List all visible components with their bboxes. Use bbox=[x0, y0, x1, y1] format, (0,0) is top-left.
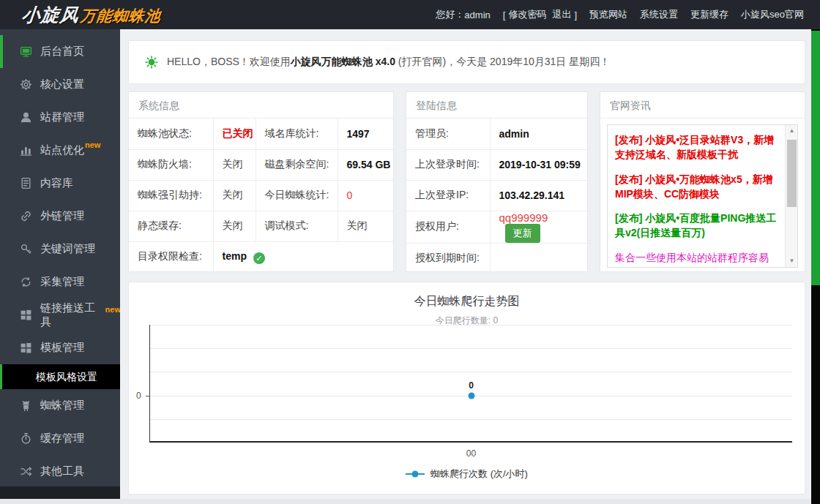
app-window: 小旋风万能蜘蛛池 您好： admin [ 修改密码 退出 ] 预览网站 系统设置… bbox=[0, 0, 820, 504]
dir-permission-value: temp bbox=[223, 250, 247, 262]
main-content: HELLO，BOSS！欢迎使用 小旋风万能蜘蛛池 x4.0 (打开官网) ，今天… bbox=[120, 29, 811, 499]
news-scrollbar[interactable]: ▲ ▼ bbox=[785, 125, 797, 267]
sun-icon bbox=[145, 56, 158, 69]
scrollbar-thumb[interactable] bbox=[787, 140, 797, 207]
panel-title: 官网资讯 bbox=[600, 92, 805, 119]
table-row: 目录权限检查: temp ✓ bbox=[129, 241, 393, 272]
gridline bbox=[150, 372, 792, 372]
bracket-close: ] bbox=[574, 10, 577, 20]
table-row: 静态缓存: 关闭 调试模式: 关闭 bbox=[129, 211, 393, 241]
auth-user-value: qq999999 bbox=[499, 211, 548, 224]
legend-label: 蜘蛛爬行次数 (次/小时) bbox=[430, 467, 528, 481]
sidebar-item-spider-manage[interactable]: 蜘蛛管理 bbox=[0, 389, 120, 422]
sidebar-item-other-tools[interactable]: 其他工具 bbox=[0, 455, 120, 488]
logout-link[interactable]: 退出 bbox=[552, 8, 571, 21]
shuffle-icon bbox=[20, 465, 32, 478]
update-button[interactable]: 更新 bbox=[505, 224, 540, 243]
sidebar-item-dashboard[interactable]: 后台首页 bbox=[0, 35, 120, 68]
table-row: 蜘蛛防火墙: 关闭 磁盘剩余空间: 69.54 GB bbox=[129, 149, 393, 180]
login-info-table: 管理员: admin 上次登录时间: 2019-10-31 09:59 上次登录… bbox=[406, 119, 587, 272]
official-news-panel: 官网资讯 [发布] 小旋风•泛目录站群V3，新增支持泛域名、新版模板干扰 [发布… bbox=[600, 91, 805, 272]
gear-icon bbox=[20, 78, 32, 91]
table-row: 上次登录时间: 2019-10-31 09:59 bbox=[406, 149, 587, 180]
robot-icon bbox=[20, 399, 32, 412]
open-official-site-link[interactable]: (打开官网) bbox=[398, 56, 446, 69]
product-name: 小旋风万能蜘蛛池 x4.0 bbox=[291, 56, 395, 69]
spider-trend-chart-panel: 今日蜘蛛爬行走势图 今日爬行数量: 0 0 0 00 蜘蛛爬行次数 (次/小 bbox=[128, 282, 805, 494]
sidebar-item-collection[interactable]: 采集管理 bbox=[0, 266, 120, 298]
last-login-time-value: 2019-10-31 09:59 bbox=[490, 149, 587, 180]
greeting-label: 您好： bbox=[436, 8, 464, 21]
news-list: [发布] 小旋风•泛目录站群V3，新增支持泛域名、新版模板干扰 [发布] 小旋风… bbox=[607, 124, 798, 268]
firewall-status-value: 关闭 bbox=[213, 149, 256, 180]
news-link[interactable]: 集合一些使用本站的站群程序容易出现的问题和解决方法 bbox=[615, 250, 777, 268]
y-axis-tick-mark bbox=[146, 396, 150, 396]
legend-dot-icon bbox=[412, 471, 419, 478]
sidebar-item-site-group[interactable]: 站群管理 bbox=[0, 101, 120, 134]
logo-text-brand: 小旋风 bbox=[21, 4, 81, 25]
new-badge: new bbox=[85, 140, 100, 149]
last-login-ip-value: 103.42.29.141 bbox=[490, 180, 587, 211]
bar-chart-icon bbox=[20, 144, 32, 157]
static-cache-status-value: 关闭 bbox=[213, 211, 256, 241]
auth-expiry-value bbox=[490, 243, 587, 272]
admin-name-value: admin bbox=[490, 119, 587, 149]
sync-icon bbox=[20, 276, 32, 288]
debug-mode-value: 关闭 bbox=[338, 211, 393, 241]
sidebar-item-core-settings[interactable]: 核心设置 bbox=[0, 68, 120, 101]
system-info-table: 蜘蛛池状态: 已关闭 域名库统计: 1497 蜘蛛防火墙: 关闭 磁盘剩余空间:… bbox=[129, 119, 393, 272]
chart-plot-area: 0 0 00 bbox=[149, 325, 792, 443]
news-link[interactable]: [发布] 小旋风•泛目录站群V3，新增支持泛域名、新版模板干扰 bbox=[615, 132, 777, 162]
data-point-label: 0 bbox=[469, 380, 474, 391]
preview-site-link[interactable]: 预览网站 bbox=[589, 8, 627, 21]
page-scrollbar-thumb[interactable] bbox=[811, 31, 820, 285]
user-icon bbox=[20, 111, 32, 124]
welcome-text-suffix: ，今天是 2019年10月31日 星期四！ bbox=[446, 56, 610, 69]
gridline bbox=[150, 348, 792, 349]
sidebar-item-keywords[interactable]: 关键词管理 bbox=[0, 233, 120, 266]
table-row: 授权用户: qq999999 更新 bbox=[406, 211, 587, 243]
scroll-up-arrow-icon[interactable]: ▲ bbox=[786, 125, 798, 137]
sidebar-item-template-manage[interactable]: 模板管理 bbox=[0, 331, 120, 364]
welcome-text-prefix: HELLO，BOSS！欢迎使用 bbox=[167, 56, 291, 69]
sidebar-item-content-library[interactable]: 内容库 bbox=[0, 167, 120, 200]
spider-pool-status-value: 已关闭 bbox=[213, 119, 256, 149]
sidebar-item-link-push-tools[interactable]: 链接推送工具 new bbox=[0, 298, 120, 331]
page-scrollbar[interactable] bbox=[811, 29, 820, 504]
app-logo: 小旋风万能蜘蛛池 bbox=[20, 3, 162, 27]
sidebar-item-external-links[interactable]: 外链管理 bbox=[0, 200, 120, 233]
table-row: 蜘蛛池状态: 已关闭 域名库统计: 1497 bbox=[129, 119, 393, 149]
timer-icon bbox=[20, 432, 32, 445]
document-icon bbox=[20, 177, 32, 189]
system-info-panel: 系统信息 蜘蛛池状态: 已关闭 域名库统计: 1497 蜘蛛防火墙: 关闭 磁盘… bbox=[128, 91, 394, 272]
monitor-icon bbox=[20, 45, 32, 58]
system-settings-link[interactable]: 系统设置 bbox=[640, 8, 678, 21]
chart-legend[interactable]: 蜘蛛爬行次数 (次/小时) bbox=[129, 467, 805, 481]
table-row: 上次登录IP: 103.42.29.141 bbox=[406, 180, 587, 211]
scroll-down-arrow-icon[interactable]: ▼ bbox=[786, 255, 798, 267]
key-icon bbox=[20, 243, 32, 255]
data-point[interactable] bbox=[468, 393, 474, 399]
disk-space-value: 69.54 GB bbox=[338, 149, 393, 180]
domain-count-value: 1497 bbox=[338, 119, 393, 149]
grid-icon bbox=[20, 309, 32, 321]
chart-title: 今日蜘蛛爬行走势图 bbox=[129, 282, 805, 309]
news-link[interactable]: [发布] 小旋风•百度批量PING推送工具v2(日推送量百万) bbox=[615, 211, 777, 241]
grid-icon bbox=[20, 342, 32, 354]
sidebar-item-site-optimize[interactable]: 站点优化 new bbox=[0, 134, 120, 167]
bracket-open: [ bbox=[503, 10, 506, 20]
news-link[interactable]: [发布] 小旋风•万能蜘蛛池x5，新增MIP模块、CC防御模块 bbox=[615, 172, 777, 202]
top-bar: 小旋风万能蜘蛛池 您好： admin [ 修改密码 退出 ] 预览网站 系统设置… bbox=[0, 0, 820, 29]
y-axis-tick-label: 0 bbox=[136, 391, 141, 401]
gridline bbox=[150, 325, 792, 326]
table-row: 授权到期时间: bbox=[406, 243, 587, 272]
link-icon bbox=[20, 210, 32, 222]
panel-title: 系统信息 bbox=[129, 92, 393, 119]
sidebar-item-template-style-settings[interactable]: 模板风格设置 bbox=[0, 364, 120, 389]
refresh-cache-link[interactable]: 更新缓存 bbox=[690, 8, 728, 21]
info-panels-row: 系统信息 蜘蛛池状态: 已关闭 域名库统计: 1497 蜘蛛防火墙: 关闭 磁盘… bbox=[128, 91, 805, 272]
footer-strip bbox=[0, 499, 811, 504]
change-password-link[interactable]: 修改密码 bbox=[508, 8, 546, 21]
sidebar-item-cache-manage[interactable]: 缓存管理 bbox=[0, 422, 120, 455]
official-site-link[interactable]: 小旋风seo官网 bbox=[741, 8, 804, 21]
